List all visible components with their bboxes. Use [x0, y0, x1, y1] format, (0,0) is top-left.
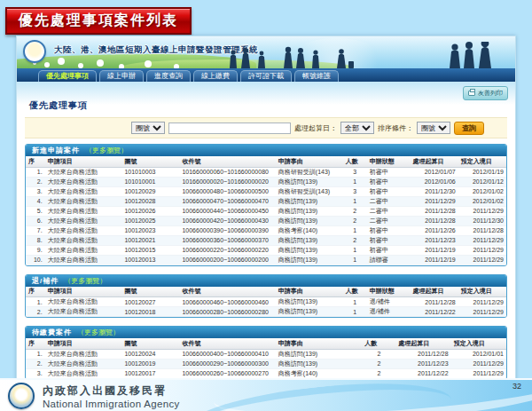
status-cell: 退/補件	[367, 297, 411, 307]
cell: 2012/01/06	[411, 177, 458, 186]
cell: 3	[343, 186, 367, 196]
table-row: 4.大陸來台商務活動100120028100660000470~10066000…	[26, 196, 506, 206]
status-cell: 二審中	[367, 196, 411, 206]
column-header: 處理起算日	[411, 287, 458, 297]
nia-logo-icon	[8, 383, 35, 409]
app-header: 大陸、港、澳地區短期入臺線上申請暨發證管理系統	[17, 36, 515, 68]
nav-tab-4[interactable]: 許可證下載	[240, 70, 292, 82]
date-filter-label: 處理起算日：	[294, 123, 337, 133]
application-item-link[interactable]: 大陸來台商務活動	[45, 196, 122, 206]
cell: 100660000440~100660000450	[179, 206, 275, 216]
slide-footer: 內政部入出國及移民署 National Immigration Agency 3…	[0, 378, 532, 411]
nav-tab-3[interactable]: 線上繳費	[193, 70, 238, 82]
section-header: 退/補件（更多瀏覽）	[26, 275, 506, 287]
nav-tab-5[interactable]: 帳號維護	[294, 70, 339, 82]
case-section: 待繳費案件（更多瀏覽）序申請項目團號收件號申請事由人數處理起算日預定入境日1.大…	[25, 326, 507, 380]
application-item-link[interactable]: 大陸來台商務活動	[45, 177, 122, 186]
cell: 2011/12/29	[451, 359, 506, 368]
cell: 9.	[26, 245, 45, 255]
cell: 2012/01/01	[451, 349, 506, 359]
cell: 100660000360~100660000370	[179, 235, 275, 245]
table-row: 2.大陸來台商務活動100120019100660000290~10066000…	[26, 359, 506, 368]
application-item-link[interactable]: 大陸來台商務活動	[45, 255, 122, 265]
application-item-link[interactable]: 大陸來台商務活動	[45, 225, 122, 235]
case-section: 退/補件（更多瀏覽）序申請項目團號收件號申請事由人數申辦狀態處理起算日預定入境日…	[25, 274, 507, 319]
search-button[interactable]: 查詢	[454, 122, 484, 135]
application-item-link[interactable]: 大陸來台商務活動	[45, 167, 122, 177]
application-item-link[interactable]: 大陸來台商務活動	[45, 359, 122, 368]
status-cell: 初審中	[367, 186, 411, 196]
cell: 商務訪問(139)	[276, 196, 343, 206]
cell: 1	[343, 297, 367, 307]
slide-title: 優先處理事項案件列表	[19, 12, 178, 30]
cell: 10.	[26, 255, 45, 265]
date-select[interactable]: 全部	[340, 122, 374, 134]
cell: 商務訪問(139)	[276, 177, 343, 186]
main-nav: 優先處理事項線上申辦進度查詢線上繳費許可證下載帳號維護	[17, 68, 515, 82]
column-header: 處理起算日	[395, 338, 450, 349]
application-item-link[interactable]: 大陸來台商務活動	[45, 349, 122, 359]
cell: 商務訪問(139)	[276, 297, 343, 307]
table-row: 2.大陸來台商務活動101010001101660000020~10166000…	[26, 177, 506, 186]
field-input[interactable]	[168, 123, 291, 134]
page-title: 優先處理事項	[17, 82, 515, 117]
cell: 100120027	[121, 297, 179, 307]
application-item-link[interactable]: 大陸來台商務活動	[45, 186, 122, 196]
status-cell: 二審中	[367, 216, 411, 225]
cell: 1	[343, 255, 367, 265]
field-select[interactable]: 團號	[131, 122, 165, 134]
application-item-link[interactable]: 大陸來台商務活動	[45, 245, 122, 255]
column-header: 申請項目	[45, 338, 122, 349]
cell: 商務訪問(139)	[276, 216, 343, 225]
more-link[interactable]: （更多瀏覽）	[64, 277, 106, 285]
cell: 2011/12/22	[411, 307, 458, 317]
cell: 100660000390~100660000390	[179, 225, 275, 235]
cell: 2.	[26, 359, 45, 368]
cell: 101010003	[121, 167, 179, 177]
cell: 商務考察(140)	[276, 368, 363, 378]
section-header: 待繳費案件（更多瀏覽）	[26, 327, 506, 338]
cell: 2011/12/19	[411, 255, 458, 265]
cell: 商務考察(140)	[276, 225, 343, 235]
status-cell: 初審中	[367, 167, 411, 177]
more-link[interactable]: （更多瀏覽）	[85, 146, 128, 154]
application-item-link[interactable]: 大陸來台商務活動	[45, 368, 122, 378]
cell: 101660000060~101660000080	[179, 167, 275, 177]
table-row: 1.大陸來台商務活動100120027100660000460~10066000…	[26, 297, 506, 307]
nav-tab-2[interactable]: 進度查詢	[146, 70, 191, 82]
more-link[interactable]: （更多瀏覽）	[77, 328, 120, 336]
table-row: 7.大陸來台商務活動100120023100660000390~10066000…	[26, 225, 506, 235]
cases-table: 序申請項目團號收件號申請事由人數申辦狀態處理起算日預定入境日1.大陸來台商務活動…	[26, 287, 506, 318]
cell: 商務研習受訓(143)	[276, 186, 343, 196]
cell: 100660000420~100660000430	[179, 216, 275, 225]
status-cell: 退/補件	[367, 307, 411, 317]
column-header: 預定入境日	[458, 287, 506, 297]
cell: 2	[343, 216, 367, 225]
cell: 2012/01/02	[458, 186, 506, 196]
cell: 2011/12/26	[411, 225, 458, 235]
cell: 100660000460~100660000460	[179, 297, 275, 307]
nav-tab-1[interactable]: 線上申辦	[99, 70, 144, 82]
column-header: 人數	[343, 287, 367, 297]
cell: 100120029	[121, 186, 179, 196]
application-item-link[interactable]: 大陸來台商務活動	[45, 307, 122, 317]
cell: 100660000480~100660000500	[179, 186, 275, 196]
cell: 100120021	[121, 235, 179, 245]
nav-tab-0[interactable]: 優先處理事項	[38, 70, 97, 82]
application-item-link[interactable]: 大陸來台商務活動	[45, 206, 122, 216]
cell: 100120019	[121, 359, 179, 368]
sections: 新進申請案件（更多瀏覽）序申請項目團號收件號申請事由人數申辦狀態處理起算日預定入…	[17, 138, 515, 380]
application-item-link[interactable]: 大陸來台商務活動	[45, 235, 122, 245]
sort-select[interactable]: 團號	[417, 122, 450, 134]
application-item-link[interactable]: 大陸來台商務活動	[45, 297, 122, 307]
section-header: 新進申請案件（更多瀏覽）	[26, 145, 506, 156]
cell: 100660000260~100660000270	[179, 368, 275, 378]
column-header: 收件號	[179, 156, 275, 167]
status-cell: 初審中	[367, 177, 411, 186]
application-item-link[interactable]: 大陸來台商務活動	[45, 216, 122, 225]
column-header: 團號	[121, 287, 179, 297]
table-row: 9.大陸來台商務活動100120015100660000220~10066000…	[26, 245, 506, 255]
agency-logo-icon	[23, 40, 46, 63]
print-button[interactable]: 友善列印	[463, 86, 508, 100]
column-header: 人數	[343, 156, 367, 167]
